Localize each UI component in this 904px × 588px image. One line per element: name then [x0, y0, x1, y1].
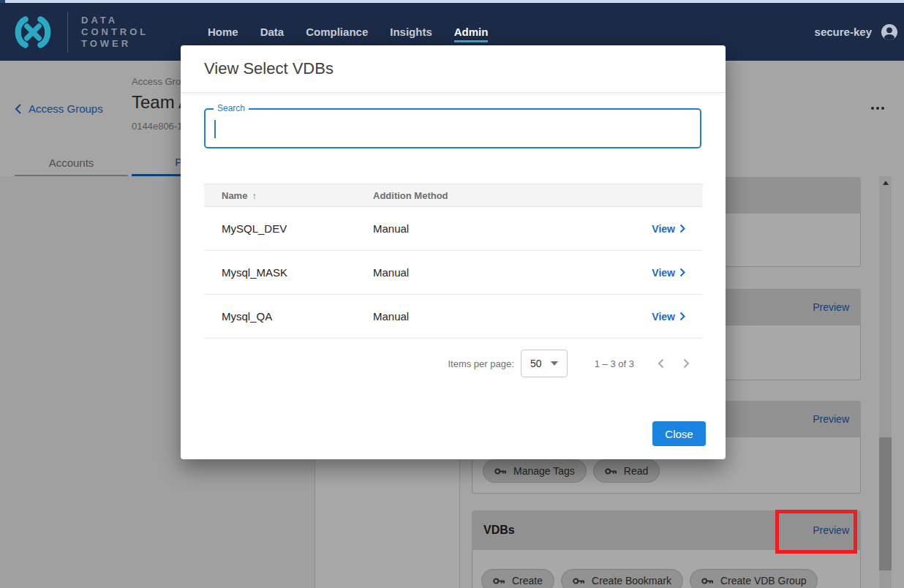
brand-text: DATA CONTROL TOWER — [81, 15, 148, 49]
user-name: secure-key — [815, 26, 872, 38]
user-menu[interactable]: secure-key — [815, 3, 898, 61]
view-link-label: View — [652, 223, 675, 235]
search-input[interactable] — [206, 110, 700, 147]
page-size-value: 50 — [530, 358, 542, 369]
nav-item-compliance[interactable]: Compliance — [306, 21, 368, 42]
nav-item-insights[interactable]: Insights — [390, 21, 432, 42]
chevron-left-icon — [658, 358, 664, 369]
brand-line: TOWER — [81, 38, 148, 49]
column-header-addition-method[interactable]: Addition Method — [373, 190, 578, 201]
cell-addition-method: Manual — [373, 266, 578, 279]
items-per-page-select[interactable]: 50 — [521, 350, 568, 377]
pagination-range: 1 – 3 of 3 — [595, 358, 634, 369]
brand-line: CONTROL — [81, 26, 148, 37]
cell-addition-method: Manual — [373, 222, 578, 235]
column-label: Name — [222, 190, 247, 201]
dialog-title: View Select VDBs — [204, 59, 334, 78]
view-link[interactable]: View — [578, 311, 685, 323]
column-header-name[interactable]: Name↑ — [222, 190, 373, 201]
next-page-button[interactable] — [683, 358, 690, 369]
table-row[interactable]: MySQL_DEV Manual View — [204, 207, 703, 251]
dropdown-caret-icon — [551, 361, 558, 366]
view-link[interactable]: View — [578, 223, 685, 235]
account-circle-icon — [881, 23, 898, 41]
brand[interactable]: DATA CONTROL TOWER — [9, 3, 148, 61]
view-link-label: View — [652, 267, 675, 279]
table-paginator: Items per page: 50 1 – 3 of 3 — [204, 342, 703, 385]
items-per-page-label: Items per page: — [448, 358, 513, 369]
chevron-right-icon — [679, 224, 685, 233]
chevron-right-icon — [679, 312, 685, 321]
brand-divider — [67, 12, 68, 53]
chevron-right-icon — [679, 268, 685, 277]
view-select-vdbs-dialog: View Select VDBs Search Name↑ Addition M… — [181, 45, 726, 459]
chevron-right-icon — [683, 358, 690, 369]
previous-page-button[interactable] — [658, 358, 664, 369]
cell-name: MySQL_DEV — [222, 222, 373, 235]
nav-item-home[interactable]: Home — [208, 21, 238, 42]
view-link[interactable]: View — [578, 267, 685, 279]
table-header-row: Name↑ Addition Method — [204, 184, 703, 207]
cell-name: Mysql_MASK — [222, 266, 373, 279]
text-cursor — [214, 120, 216, 138]
annotation-highlight-box — [775, 510, 857, 554]
view-link-label: View — [652, 311, 675, 323]
app-window: DATA CONTROL TOWER Home Data Compliance … — [0, 0, 904, 588]
cell-name: Mysql_QA — [222, 310, 373, 323]
search-field-label: Search — [214, 103, 249, 113]
vdb-table: Name↑ Addition Method MySQL_DEV Manual V… — [204, 184, 703, 339]
nav-item-admin[interactable]: Admin — [454, 21, 489, 42]
close-button[interactable]: Close — [652, 421, 706, 446]
table-row[interactable]: Mysql_MASK Manual View — [204, 251, 703, 295]
search-field: Search — [204, 108, 701, 148]
dialog-header: View Select VDBs — [181, 45, 726, 93]
nav-item-data[interactable]: Data — [260, 21, 285, 42]
sort-asc-icon: ↑ — [252, 190, 257, 201]
delphix-logo-icon — [9, 15, 57, 49]
brand-line: DATA — [81, 15, 148, 26]
cell-addition-method: Manual — [373, 310, 578, 323]
table-row[interactable]: Mysql_QA Manual View — [204, 295, 703, 339]
